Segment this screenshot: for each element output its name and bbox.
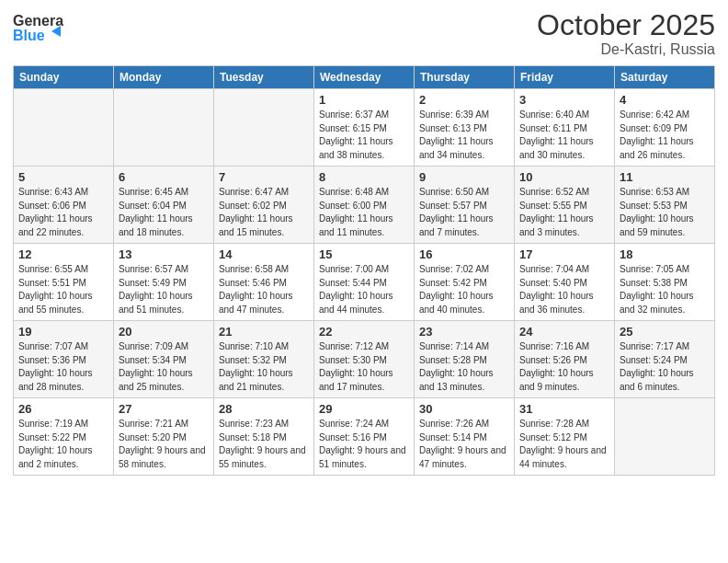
day-info: Sunrise: 6:39 AM Sunset: 6:13 PM Dayligh… bbox=[419, 109, 509, 162]
col-sunday: Sunday bbox=[14, 66, 114, 89]
day-number: 23 bbox=[419, 325, 509, 339]
table-row: 7Sunrise: 6:47 AM Sunset: 6:02 PM Daylig… bbox=[214, 167, 314, 244]
calendar-week-row: 26Sunrise: 7:19 AM Sunset: 5:22 PM Dayli… bbox=[14, 398, 715, 476]
day-info: Sunrise: 6:57 AM Sunset: 5:49 PM Dayligh… bbox=[119, 263, 209, 316]
col-thursday: Thursday bbox=[415, 66, 515, 89]
day-number: 6 bbox=[119, 170, 209, 184]
day-info: Sunrise: 7:16 AM Sunset: 5:26 PM Dayligh… bbox=[519, 340, 609, 394]
table-row: 15Sunrise: 7:00 AM Sunset: 5:44 PM Dayli… bbox=[314, 244, 415, 321]
header: General Blue October 2025 De-Kastri, Rus… bbox=[13, 9, 715, 58]
day-info: Sunrise: 7:10 AM Sunset: 5:32 PM Dayligh… bbox=[219, 340, 309, 394]
table-row: 14Sunrise: 6:58 AM Sunset: 5:46 PM Dayli… bbox=[214, 244, 314, 321]
day-number: 1 bbox=[319, 93, 409, 107]
day-info: Sunrise: 7:28 AM Sunset: 5:12 PM Dayligh… bbox=[519, 418, 609, 471]
day-number: 15 bbox=[319, 247, 409, 261]
day-info: Sunrise: 7:24 AM Sunset: 5:16 PM Dayligh… bbox=[319, 418, 409, 471]
day-info: Sunrise: 7:02 AM Sunset: 5:42 PM Dayligh… bbox=[419, 263, 509, 316]
day-info: Sunrise: 7:26 AM Sunset: 5:14 PM Dayligh… bbox=[419, 418, 509, 471]
day-number: 10 bbox=[519, 170, 609, 184]
table-row: 4Sunrise: 6:42 AM Sunset: 6:09 PM Daylig… bbox=[615, 89, 715, 167]
logo: General Blue bbox=[13, 9, 63, 48]
table-row: 16Sunrise: 7:02 AM Sunset: 5:42 PM Dayli… bbox=[415, 244, 515, 321]
day-info: Sunrise: 6:55 AM Sunset: 5:51 PM Dayligh… bbox=[18, 263, 108, 316]
day-number: 20 bbox=[119, 325, 209, 339]
table-row: 29Sunrise: 7:24 AM Sunset: 5:16 PM Dayli… bbox=[314, 398, 415, 476]
day-number: 29 bbox=[319, 402, 409, 416]
table-row: 22Sunrise: 7:12 AM Sunset: 5:30 PM Dayli… bbox=[314, 321, 415, 398]
calendar-week-row: 12Sunrise: 6:55 AM Sunset: 5:51 PM Dayli… bbox=[14, 244, 715, 321]
day-number: 2 bbox=[419, 93, 509, 107]
table-row: 5Sunrise: 6:43 AM Sunset: 6:06 PM Daylig… bbox=[14, 167, 114, 244]
title-area: October 2025 De-Kastri, Russia bbox=[537, 9, 715, 58]
day-number: 7 bbox=[219, 170, 309, 184]
table-row: 6Sunrise: 6:45 AM Sunset: 6:04 PM Daylig… bbox=[114, 167, 214, 244]
table-row: 30Sunrise: 7:26 AM Sunset: 5:14 PM Dayli… bbox=[415, 398, 515, 476]
table-row: 27Sunrise: 7:21 AM Sunset: 5:20 PM Dayli… bbox=[114, 398, 214, 476]
table-row: 10Sunrise: 6:52 AM Sunset: 5:55 PM Dayli… bbox=[515, 167, 615, 244]
day-info: Sunrise: 6:50 AM Sunset: 5:57 PM Dayligh… bbox=[419, 186, 509, 239]
table-row bbox=[214, 89, 314, 167]
logo-image-area: General Blue bbox=[13, 9, 63, 48]
day-info: Sunrise: 7:00 AM Sunset: 5:44 PM Dayligh… bbox=[319, 263, 409, 316]
day-info: Sunrise: 6:53 AM Sunset: 5:53 PM Dayligh… bbox=[620, 186, 710, 239]
day-number: 17 bbox=[519, 247, 609, 261]
day-number: 30 bbox=[419, 402, 509, 416]
day-info: Sunrise: 6:42 AM Sunset: 6:09 PM Dayligh… bbox=[620, 109, 710, 162]
day-number: 3 bbox=[519, 93, 609, 107]
day-number: 26 bbox=[18, 402, 108, 416]
day-number: 27 bbox=[119, 402, 209, 416]
table-row: 24Sunrise: 7:16 AM Sunset: 5:26 PM Dayli… bbox=[515, 321, 615, 398]
table-row: 25Sunrise: 7:17 AM Sunset: 5:24 PM Dayli… bbox=[615, 321, 715, 398]
page-container: General Blue October 2025 De-Kastri, Rus… bbox=[0, 0, 728, 485]
col-friday: Friday bbox=[515, 66, 615, 89]
day-info: Sunrise: 6:37 AM Sunset: 6:15 PM Dayligh… bbox=[319, 109, 409, 162]
table-row: 31Sunrise: 7:28 AM Sunset: 5:12 PM Dayli… bbox=[515, 398, 615, 476]
day-info: Sunrise: 6:40 AM Sunset: 6:11 PM Dayligh… bbox=[519, 109, 609, 162]
month-title: October 2025 bbox=[537, 9, 715, 41]
day-info: Sunrise: 7:14 AM Sunset: 5:28 PM Dayligh… bbox=[419, 340, 509, 394]
day-number: 24 bbox=[519, 325, 609, 339]
day-number: 14 bbox=[219, 247, 309, 261]
table-row: 8Sunrise: 6:48 AM Sunset: 6:00 PM Daylig… bbox=[314, 167, 415, 244]
day-info: Sunrise: 7:07 AM Sunset: 5:36 PM Dayligh… bbox=[18, 340, 108, 394]
day-info: Sunrise: 7:09 AM Sunset: 5:34 PM Dayligh… bbox=[119, 340, 209, 394]
day-info: Sunrise: 6:47 AM Sunset: 6:02 PM Dayligh… bbox=[219, 186, 309, 239]
logo-svg: General Blue bbox=[13, 9, 63, 48]
day-number: 28 bbox=[219, 402, 309, 416]
day-info: Sunrise: 7:05 AM Sunset: 5:38 PM Dayligh… bbox=[620, 263, 710, 316]
location: De-Kastri, Russia bbox=[537, 41, 715, 58]
svg-text:General: General bbox=[13, 13, 63, 29]
col-tuesday: Tuesday bbox=[214, 66, 314, 89]
table-row: 21Sunrise: 7:10 AM Sunset: 5:32 PM Dayli… bbox=[214, 321, 314, 398]
svg-text:Blue: Blue bbox=[13, 28, 45, 43]
day-info: Sunrise: 6:43 AM Sunset: 6:06 PM Dayligh… bbox=[18, 186, 108, 239]
table-row: 20Sunrise: 7:09 AM Sunset: 5:34 PM Dayli… bbox=[114, 321, 214, 398]
calendar-table: Sunday Monday Tuesday Wednesday Thursday… bbox=[13, 65, 715, 476]
day-info: Sunrise: 6:52 AM Sunset: 5:55 PM Dayligh… bbox=[519, 186, 609, 239]
table-row: 12Sunrise: 6:55 AM Sunset: 5:51 PM Dayli… bbox=[14, 244, 114, 321]
table-row: 9Sunrise: 6:50 AM Sunset: 5:57 PM Daylig… bbox=[415, 167, 515, 244]
table-row: 1Sunrise: 6:37 AM Sunset: 6:15 PM Daylig… bbox=[314, 89, 415, 167]
day-number: 21 bbox=[219, 325, 309, 339]
table-row: 11Sunrise: 6:53 AM Sunset: 5:53 PM Dayli… bbox=[615, 167, 715, 244]
table-row bbox=[14, 89, 114, 167]
day-info: Sunrise: 7:04 AM Sunset: 5:40 PM Dayligh… bbox=[519, 263, 609, 316]
day-number: 25 bbox=[620, 325, 710, 339]
day-number: 4 bbox=[620, 93, 710, 107]
day-number: 31 bbox=[519, 402, 609, 416]
table-row: 26Sunrise: 7:19 AM Sunset: 5:22 PM Dayli… bbox=[14, 398, 114, 476]
day-number: 11 bbox=[620, 170, 710, 184]
day-number: 19 bbox=[18, 325, 108, 339]
day-number: 13 bbox=[119, 247, 209, 261]
calendar-week-row: 19Sunrise: 7:07 AM Sunset: 5:36 PM Dayli… bbox=[14, 321, 715, 398]
calendar-week-row: 1Sunrise: 6:37 AM Sunset: 6:15 PM Daylig… bbox=[14, 89, 715, 167]
day-number: 9 bbox=[419, 170, 509, 184]
col-saturday: Saturday bbox=[615, 66, 715, 89]
day-number: 12 bbox=[18, 247, 108, 261]
table-row: 13Sunrise: 6:57 AM Sunset: 5:49 PM Dayli… bbox=[114, 244, 214, 321]
day-info: Sunrise: 6:58 AM Sunset: 5:46 PM Dayligh… bbox=[219, 263, 309, 316]
day-info: Sunrise: 7:21 AM Sunset: 5:20 PM Dayligh… bbox=[119, 418, 209, 471]
day-info: Sunrise: 6:45 AM Sunset: 6:04 PM Dayligh… bbox=[119, 186, 209, 239]
day-info: Sunrise: 7:12 AM Sunset: 5:30 PM Dayligh… bbox=[319, 340, 409, 394]
table-row: 17Sunrise: 7:04 AM Sunset: 5:40 PM Dayli… bbox=[515, 244, 615, 321]
